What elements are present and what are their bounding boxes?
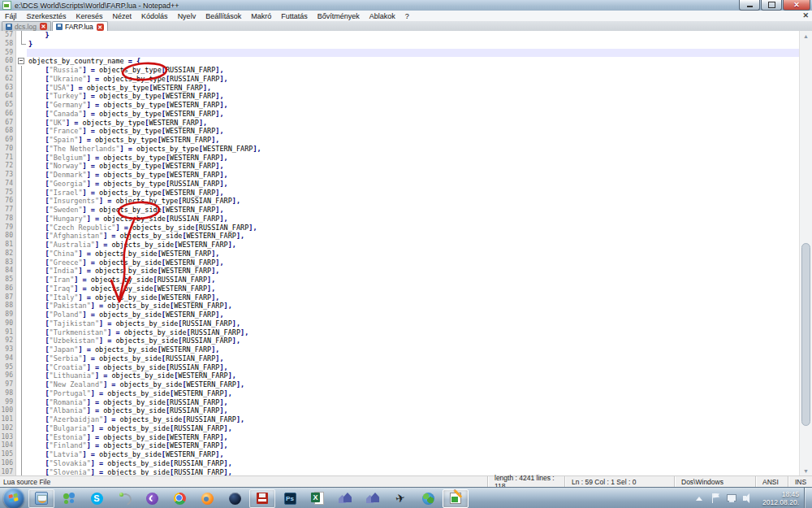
- taskbar-clock[interactable]: 18:45 2012.08.20.: [762, 490, 799, 506]
- code-line[interactable]: 105 ["Latvia"] = objects_by_side[WESTERN…: [0, 450, 812, 459]
- code-line[interactable]: 91 ["Turkmenistan"] = objects_by_side[RU…: [0, 328, 812, 337]
- close-tab-icon[interactable]: ✕: [40, 23, 47, 30]
- code-line[interactable]: 57 }: [0, 31, 812, 40]
- close-button[interactable]: ✕: [783, 0, 810, 11]
- code-line[interactable]: 104 ["Finland"] = objects_by_side[WESTER…: [0, 441, 812, 450]
- windows-live-mail-icon[interactable]: [28, 489, 54, 508]
- code-line[interactable]: 78 ["Hungary"] = objects_by_side[RUSSIAN…: [0, 215, 812, 224]
- airplane-icon[interactable]: ✈: [387, 489, 413, 508]
- code-line[interactable]: 72 ["Norway"] = objects_by_type[WESTERN_…: [0, 162, 812, 171]
- code-line[interactable]: 80 ["Afghanistan"] = objects_by_side[WES…: [0, 232, 812, 241]
- restore-button[interactable]: [761, 0, 782, 11]
- network-icon[interactable]: [725, 492, 738, 505]
- code-line[interactable]: 88 ["Pakistan"] = objects_by_side[WESTER…: [0, 302, 812, 310]
- show-desktop-button[interactable]: [804, 488, 812, 508]
- firefox-icon[interactable]: [194, 489, 220, 508]
- code-line[interactable]: 58}: [0, 40, 812, 49]
- editor-area[interactable]: 57 }58}5960objects_by_country_name = {61…: [0, 31, 812, 476]
- code-line[interactable]: 95 ["Croatia"] = objects_by_side[RUSSIAN…: [0, 363, 812, 372]
- tab-dcs-log[interactable]: dcs.log✕: [2, 21, 51, 31]
- close-tab-icon[interactable]: ✕: [97, 24, 104, 31]
- menu-item-belltsok[interactable]: Beállítások: [201, 12, 246, 20]
- daemon-tools-icon[interactable]: [111, 489, 137, 508]
- code-line[interactable]: 93 ["Japan"] = objects_by_side[WESTERN_F…: [0, 345, 812, 354]
- code-line[interactable]: 98 ["Portugal"] = objects_by_side[WESTER…: [0, 389, 812, 398]
- code-line[interactable]: 85 ["Iran"] = objects_by_side[RUSSIAN_FA…: [0, 276, 812, 284]
- code-line[interactable]: 64 ["Turkey"] = objects_by_type[WESTERN_…: [0, 92, 812, 101]
- menu-item-futtats[interactable]: Futtatás: [276, 12, 313, 20]
- floppy-disk-icon[interactable]: [249, 489, 275, 508]
- code-line[interactable]: 62 ["Ukraine"] = objects_by_type[RUSSIAN…: [0, 75, 812, 84]
- menu-item-makr[interactable]: Makró: [246, 12, 276, 20]
- code-line[interactable]: 86 ["Iraq"] = objects_by_side[WESTERN_FA…: [0, 284, 812, 293]
- excel-icon[interactable]: [304, 489, 330, 508]
- messenger-icon[interactable]: [56, 489, 82, 508]
- code-line[interactable]: 96 ["Lithuania"] = objects_by_side[WESTE…: [0, 371, 812, 380]
- show-hidden-icons-chevron[interactable]: [693, 492, 706, 505]
- code-line[interactable]: 89 ["Poland"] = objects_by_side[WESTERN_…: [0, 310, 812, 319]
- code-line[interactable]: 79 ["Czech Republic"] = objects_by_side[…: [0, 224, 812, 232]
- menu-bar: FájlSzerkesztésKeresésNézetKódolásNyelvB…: [0, 11, 812, 22]
- code-line[interactable]: 68 ["France"] = objects_by_type[WESTERN_…: [0, 127, 812, 136]
- doc-close-icon[interactable]: ✕: [802, 11, 809, 20]
- code-line[interactable]: 84 ["India"] = objects_by_side[WESTERN_F…: [0, 267, 812, 276]
- code-line[interactable]: 61 ["Russia"] = objects_by_type[RUSSIAN_…: [0, 66, 812, 75]
- code-line[interactable]: 65 ["Germany"] = objects_by_type[WESTERN…: [0, 101, 812, 110]
- code-line[interactable]: 102 ["Bulgaria"] = objects_by_side[RUSSI…: [0, 424, 812, 433]
- menu-item-szerkeszts[interactable]: Szerkesztés: [22, 12, 71, 20]
- code-line[interactable]: 60objects_by_country_name = {: [0, 57, 812, 66]
- scrollbar-thumb[interactable]: [801, 243, 810, 426]
- house-blue-icon[interactable]: [332, 489, 358, 508]
- code-line[interactable]: 77 ["Sweden"] = objects_by_side[WESTERN_…: [0, 206, 812, 215]
- code-line[interactable]: 99 ["Romania"] = objects_by_side[RUSSIAN…: [0, 398, 812, 407]
- code-line[interactable]: 82 ["China"] = objects_by_side[WESTERN_F…: [0, 250, 812, 258]
- code-line[interactable]: 76 ["Insurgents"] = objects_by_type[RUSS…: [0, 197, 812, 206]
- bittorrent-icon[interactable]: [139, 489, 165, 508]
- code-text: ["Iran"] = objects_by_side[RUSSIAN_FARP]…: [27, 276, 812, 284]
- action-center-flag-icon[interactable]: [709, 492, 722, 505]
- code-line[interactable]: 103 ["Estonia"] = objects_by_side[WESTER…: [0, 433, 812, 442]
- vertical-scrollbar[interactable]: ▲ ▼: [799, 31, 812, 476]
- house-blue-icon-2[interactable]: [360, 489, 386, 508]
- code-line[interactable]: 92 ["Uzbekistan"] = objects_by_side[RUSS…: [0, 336, 812, 345]
- dark-globe-icon[interactable]: [222, 489, 248, 508]
- menu-item-fjl[interactable]: Fájl: [0, 12, 22, 20]
- menu-item-nyelv[interactable]: Nyelv: [173, 12, 201, 20]
- code-line[interactable]: 100 ["Albania"] = objects_by_side[RUSSIA…: [0, 406, 812, 415]
- code-line[interactable]: 69 ["Spain"] = objects_by_type[WESTERN_F…: [0, 136, 812, 145]
- chrome-icon[interactable]: [166, 489, 192, 508]
- code-line[interactable]: 106 ["Slovakia"] = objects_by_side[RUSSI…: [0, 459, 812, 468]
- code-line[interactable]: 83 ["Greece"] = objects_by_side[WESTERN_…: [0, 258, 812, 267]
- code-line[interactable]: 75 ["Israel"] = objects_by_type[WESTERN_…: [0, 189, 812, 198]
- menu-item-bvtmnyek[interactable]: Bővítmények: [313, 12, 365, 20]
- menu-item-?[interactable]: ?: [400, 12, 414, 20]
- code-line[interactable]: 87 ["Italy"] = objects_by_side[WESTERN_F…: [0, 293, 812, 302]
- fold-toggle-icon[interactable]: [16, 57, 27, 66]
- volume-icon[interactable]: [741, 492, 754, 505]
- scroll-up-icon[interactable]: ▲: [801, 31, 811, 41]
- code-line[interactable]: 70 ["The Netherlands"] = objects_by_type…: [0, 145, 812, 154]
- menu-item-nzet[interactable]: Nézet: [108, 12, 137, 20]
- start-button[interactable]: [3, 488, 24, 508]
- code-line[interactable]: 90 ["Tajikistan"] = objects_by_side[RUSS…: [0, 319, 812, 328]
- code-line[interactable]: 66 ["Canada"] = objects_by_type[WESTERN_…: [0, 110, 812, 119]
- menu-item-ablakok[interactable]: Ablakok: [365, 12, 400, 20]
- minimize-button[interactable]: [739, 0, 760, 11]
- code-line[interactable]: 67 ["UK"] = objects_by_type[WESTERN_FARP…: [0, 119, 812, 128]
- menu-item-kdols[interactable]: Kódolás: [136, 12, 173, 20]
- code-line[interactable]: 81 ["Australia"] = objects_by_side[WESTE…: [0, 241, 812, 250]
- line-number: 76: [0, 197, 16, 206]
- code-line[interactable]: 74 ["Georgia"] = objects_by_type[RUSSIAN…: [0, 180, 812, 189]
- photoshop-icon[interactable]: Ps: [277, 489, 303, 508]
- code-line[interactable]: 97 ["New Zealand"] = objects_by_side[WES…: [0, 380, 812, 389]
- code-line[interactable]: 71 ["Belgium"] = objects_by_type[WESTERN…: [0, 154, 812, 163]
- code-line[interactable]: 101 ["Azerbaidjan"] = objects_by_side[RU…: [0, 415, 812, 424]
- globe-icon[interactable]: [415, 489, 441, 508]
- code-line[interactable]: 59: [0, 49, 812, 58]
- code-line[interactable]: 63 ["USA"] = objects_by_type[WESTERN_FAR…: [0, 84, 812, 93]
- skype-icon[interactable]: S: [84, 489, 110, 508]
- menu-item-keress[interactable]: Keresés: [71, 12, 108, 20]
- code-line[interactable]: 73 ["Denmark"] = objects_by_type[WESTERN…: [0, 171, 812, 180]
- notepadpp-icon[interactable]: [443, 489, 469, 508]
- code-line[interactable]: 94 ["Serbia"] = objects_by_side[RUSSIAN_…: [0, 354, 812, 363]
